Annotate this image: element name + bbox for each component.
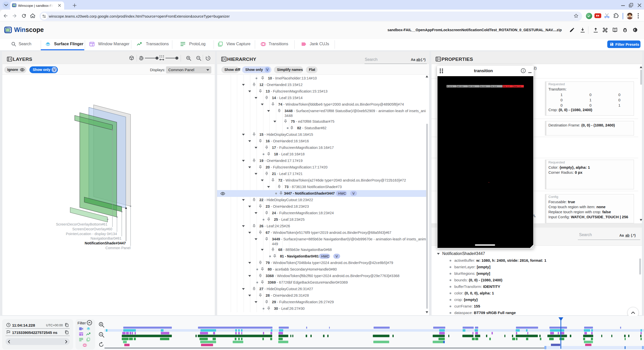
svg-text:PointerLocation - display 0#13: PointerLocation - display 0#134 — [66, 232, 117, 236]
svg-text:Common Panel: Common Panel — [105, 246, 131, 250]
svg-text:ScreenDecorOverlay#60: ScreenDecorOverlay#60 — [72, 227, 112, 231]
svg-text:NotificationShade#3447: NotificationShade#3447 — [85, 241, 126, 245]
svg-text:ScreenDecorOverlayBottom#61: ScreenDecorOverlayBottom#61 — [56, 222, 107, 226]
svg-text:NavigationBar0#81: NavigationBar0#81 — [91, 236, 122, 240]
